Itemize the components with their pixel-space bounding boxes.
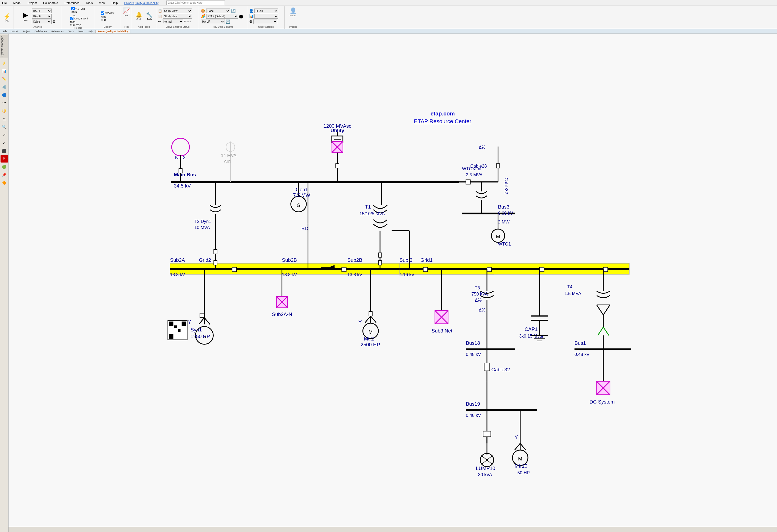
menu-view[interactable]: View [98, 1, 106, 5]
ribbon-tab-model[interactable]: Model [10, 30, 20, 33]
svg-rect-39 [466, 180, 470, 184]
run-btn[interactable]: ▶ Run [20, 10, 31, 22]
menu-collaborate[interactable]: Collaborate [42, 1, 59, 5]
cable-dropdown[interactable]: Cable [32, 19, 51, 24]
svg-text:2 MW: 2 MW [498, 220, 510, 225]
sidebar-icon-16[interactable]: 🔶 [1, 179, 8, 186]
etap-default-dropdown[interactable]: ETAP (Default) [206, 14, 238, 19]
menu-references[interactable]: References [63, 1, 80, 5]
svg-text:G: G [297, 203, 301, 208]
svg-rect-91 [200, 313, 204, 318]
ribbon-tab-help[interactable]: Help [86, 30, 95, 33]
ribbon-tab-pq[interactable]: Power Quality & Reliability [95, 30, 130, 33]
cable-settings-icon[interactable]: ⚙ [52, 19, 56, 24]
views-icon: 📋 [158, 9, 162, 13]
menu-help[interactable]: Help [111, 1, 119, 5]
ribbon-tab-references[interactable]: References [49, 30, 66, 33]
svg-text:Sub2B: Sub2B [282, 257, 297, 263]
svg-text:LUMP10: LUMP10 [476, 466, 495, 471]
svg-text:Y: Y [188, 319, 191, 325]
svg-text:1200 MVAsc: 1200 MVAsc [323, 123, 351, 129]
svg-text:M: M [368, 329, 373, 335]
menu-tools[interactable]: Tools [85, 1, 94, 5]
svg-text:Gen1: Gen1 [296, 187, 308, 192]
sidebar-icon-6[interactable]: 〰 [1, 99, 8, 107]
pv-unit-checkbox[interactable] [71, 7, 75, 10]
sidebar-icon-7[interactable]: 🔱 [1, 107, 8, 115]
refresh-icon-2[interactable]: 🔄 [226, 19, 230, 24]
pq-mode-btn[interactable]: ⚡ PQ [3, 12, 11, 23]
sidebar-icon-1[interactable]: ⚡ [1, 59, 8, 67]
sidebar-icon-11[interactable]: ↙ [1, 139, 8, 147]
ribbon-tab-view[interactable]: View [76, 30, 85, 33]
menu-project[interactable]: Project [27, 1, 38, 5]
svg-text:Cable32: Cable32 [491, 367, 510, 372]
sidebar-icon-15[interactable]: 📌 [1, 171, 8, 178]
canvas-area[interactable]: etap.com ETAP Resource Center Main Bus 3… [8, 33, 777, 532]
svg-rect-101 [174, 325, 177, 328]
sidebar-icon-2[interactable]: 📊 [1, 67, 8, 75]
menu-pq[interactable]: Power Quality & Reliability [123, 1, 159, 5]
sidebar-icon-3[interactable]: ✏️ [1, 75, 8, 83]
svg-text:Cable32: Cable32 [504, 177, 509, 194]
svg-rect-107 [369, 311, 372, 316]
amp-pf-unit-checkbox[interactable] [70, 17, 74, 20]
tools-btn[interactable]: 🔧 Tools [144, 11, 154, 21]
wizard-dropdown-2[interactable] [254, 14, 279, 19]
svg-text:30 kVA: 30 kVA [478, 472, 492, 477]
plot-btn[interactable]: 📈 Plot [122, 7, 131, 17]
left-sidebar: System Manager ⚡ 📊 ✏️ ⚙️ 🔵 〰 🔱 ⚠ 🔍 ↗ ↙ ⬛… [0, 34, 8, 532]
svg-text:0.48 kV: 0.48 kV [574, 352, 590, 357]
svg-text:2500 HP: 2500 HP [360, 342, 380, 348]
menu-file[interactable]: File [1, 1, 8, 5]
ha-lf-dropdown-3[interactable]: HA-LF [201, 19, 225, 24]
svg-rect-74 [214, 261, 217, 265]
study-view-dropdown-1[interactable]: Study View [163, 8, 192, 13]
lf-all-dropdown[interactable]: LF-All [254, 8, 279, 13]
study-view-dropdown-2[interactable]: Study View [163, 14, 192, 19]
base-dropdown[interactable]: Base [206, 8, 230, 13]
svg-text:Grid2: Grid2 [199, 257, 211, 263]
menu-model[interactable]: Model [12, 1, 22, 5]
sidebar-icon-10[interactable]: ↗ [1, 131, 8, 139]
svg-rect-0 [44, 33, 742, 532]
svg-rect-184 [496, 164, 500, 168]
ha-lf-dropdown-2[interactable]: HA-LF [32, 14, 51, 19]
svg-text:2.5 MVA: 2.5 MVA [466, 172, 483, 177]
system-manager-label: System Manager [0, 35, 8, 58]
svg-text:BD: BD [301, 226, 308, 231]
svg-rect-73 [214, 250, 217, 254]
ribbon-tab-project[interactable]: Project [20, 30, 32, 33]
svg-text:T2  Dyn1: T2 Dyn1 [195, 219, 211, 224]
predict-btn[interactable]: 👤 Predict [289, 7, 297, 17]
svg-text:4.16 kV: 4.16 kV [400, 272, 415, 277]
sidebar-icon-13[interactable]: M [1, 155, 8, 162]
ribbon-tab-collaborate[interactable]: Collaborate [32, 30, 49, 33]
ribbon-tab-file[interactable]: File [1, 30, 9, 33]
svg-rect-78 [378, 261, 381, 265]
sidebar-icon-9[interactable]: 🔍 [1, 123, 8, 131]
menu-bar: File Model Project Collaborate Reference… [0, 0, 777, 6]
svg-text:1.5 MVA: 1.5 MVA [564, 291, 581, 296]
ha-lf-dropdown-1[interactable]: HA-LF [32, 8, 51, 13]
svg-text:13.8 kV: 13.8 kV [282, 272, 297, 277]
dot-icon[interactable]: ⬤ [239, 14, 243, 18]
sidebar-icon-12[interactable]: ⬛ [1, 147, 8, 154]
display-pv-checkbox[interactable] [101, 11, 104, 15]
svg-text:Grid1: Grid1 [421, 257, 433, 263]
svg-text:Y: Y [515, 434, 518, 440]
sidebar-icon-5[interactable]: 🔵 [1, 91, 8, 99]
svg-text:etap.com: etap.com [431, 110, 455, 117]
svg-text:Bus1: Bus1 [574, 340, 586, 346]
alert-btn[interactable]: 🔔 Alert [134, 11, 144, 21]
search-input[interactable] [166, 1, 225, 5]
ribbon-tab-tools[interactable]: Tools [66, 30, 76, 33]
sidebar-icon-8[interactable]: ⚠ [1, 115, 8, 123]
svg-text:14 MVA: 14 MVA [221, 153, 237, 158]
sidebar-icon-4[interactable]: ⚙️ [1, 83, 8, 91]
alert-tools-label: Alert | Tools [138, 25, 150, 28]
normal-dropdown[interactable]: Normal [162, 19, 183, 24]
sidebar-icon-14[interactable]: 🟢 [1, 163, 8, 170]
wizard-dropdown-3[interactable] [253, 19, 277, 24]
refresh-icon[interactable]: 🔄 [231, 9, 235, 13]
